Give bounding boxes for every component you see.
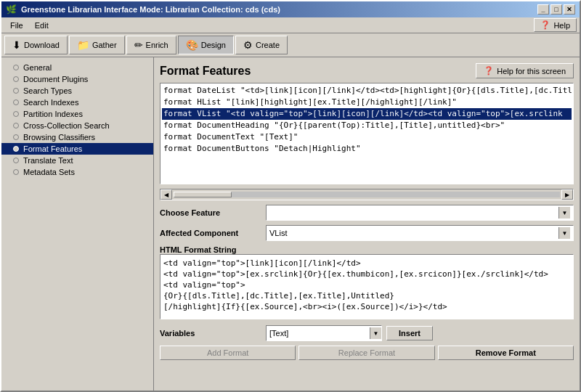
help-menu-icon: ❓ <box>540 20 550 30</box>
format-line-2[interactable]: format HList "[link][highlight][ex.Title… <box>162 97 572 108</box>
create-label: Create <box>256 41 280 49</box>
choose-feature-row: Choose Feature ▼ <box>160 205 574 221</box>
sidebar-item-metadata-sets[interactable]: Metadata Sets <box>1 166 153 178</box>
affected-component-arrow[interactable]: ▼ <box>558 227 570 239</box>
download-label: Download <box>24 41 60 49</box>
format-line-6[interactable]: format DocumentButtons "Detach|Highlight… <box>162 143 572 155</box>
scroll-thumb[interactable] <box>174 192 232 197</box>
format-line-4[interactable]: format DocumentHeading "{Or}{[parent(Top… <box>162 120 572 131</box>
content-area: Format Features ❓ Help for this screen f… <box>154 57 580 392</box>
sidebar-bullet <box>13 99 19 105</box>
sidebar-item-translate-text[interactable]: Translate Text <box>1 155 153 166</box>
help-screen-label: Help for this screen <box>497 67 566 75</box>
sidebar-bullet <box>13 65 19 70</box>
sidebar-bullet <box>13 111 19 117</box>
design-label: Design <box>201 41 226 49</box>
html-format-string-box[interactable]: <td valign="top">[link][icon][/link]</td… <box>160 254 574 319</box>
create-button[interactable]: ⚙ Create <box>235 36 288 54</box>
help-screen-icon: ❓ <box>484 66 494 75</box>
sidebar-label-format-features: Format Features <box>23 144 82 153</box>
enrich-label: Enrich <box>146 41 168 49</box>
scroll-left-button[interactable]: ◀ <box>161 189 172 200</box>
sidebar-label-cross-collection-search: Cross-Collection Search <box>23 121 110 130</box>
help-screen-button[interactable]: ❓ Help for this screen <box>476 63 574 78</box>
sidebar-item-general[interactable]: General <box>1 62 153 73</box>
design-button[interactable]: 🎨 Design <box>178 36 234 54</box>
format-list[interactable]: format DateList "<td>[link][icon][/link]… <box>160 83 574 184</box>
sidebar: General Document Plugins Search Types Se… <box>1 57 154 392</box>
sidebar-label-translate-text: Translate Text <box>23 156 73 165</box>
sidebar-item-search-indexes[interactable]: Search Indexes <box>1 97 153 108</box>
html-format-string-label: HTML Format String <box>160 245 574 254</box>
sidebar-item-document-plugins[interactable]: Document Plugins <box>1 73 153 85</box>
choose-feature-label: Choose Feature <box>160 208 261 217</box>
toolbar: ⬇ Download 📁 Gather ✏ Enrich 🎨 Design ⚙ … <box>1 33 580 57</box>
download-button[interactable]: ⬇ Download <box>4 36 68 54</box>
variables-arrow[interactable]: ▼ <box>370 327 381 339</box>
sidebar-item-browsing-classifiers[interactable]: Browsing Classifiers <box>1 131 153 143</box>
remove-format-button[interactable]: Remove Format <box>438 346 574 360</box>
design-icon: 🎨 <box>186 39 198 51</box>
gather-button[interactable]: 📁 Gather <box>69 36 125 54</box>
sidebar-label-search-indexes: Search Indexes <box>23 98 78 107</box>
sidebar-bullet <box>13 88 19 94</box>
scroll-right-button[interactable]: ▶ <box>561 189 573 200</box>
sidebar-label-metadata-sets: Metadata Sets <box>23 168 75 176</box>
menubar: File Edit ❓ Help <box>1 17 580 33</box>
action-buttons-row: Add Format Replace Format Remove Format <box>160 346 574 360</box>
affected-component-label: Affected Component <box>160 229 261 237</box>
sidebar-bullet <box>13 123 19 128</box>
sidebar-item-format-features[interactable]: Format Features <box>1 143 153 155</box>
sidebar-label-partition-indexes: Partition Indexes <box>23 110 83 118</box>
sidebar-label-browsing-classifiers: Browsing Classifiers <box>23 133 95 142</box>
format-line-1[interactable]: format DateList "<td>[link][icon][/link]… <box>162 85 572 97</box>
sidebar-item-partition-indexes[interactable]: Partition Indexes <box>1 108 153 120</box>
format-line-5[interactable]: format DocumentText "[Text]" <box>162 131 572 143</box>
help-menu-button[interactable]: ❓ Help <box>534 18 577 32</box>
sidebar-item-cross-collection-search[interactable]: Cross-Collection Search <box>1 120 153 131</box>
horizontal-scrollbar[interactable]: ◀ ▶ <box>160 189 574 200</box>
insert-button[interactable]: Insert <box>386 326 433 340</box>
enrich-button[interactable]: ✏ Enrich <box>126 36 176 54</box>
minimize-button[interactable]: _ <box>537 4 549 15</box>
format-string-line-2: <td valign="top">[ex.srclink]{Or}{[ex.th… <box>163 269 570 279</box>
help-menu-label: Help <box>553 21 570 30</box>
app-icon: 🌿 <box>6 4 17 15</box>
main-layout: General Document Plugins Search Types Se… <box>1 57 580 392</box>
variables-label: Variables <box>160 329 261 338</box>
sidebar-bullet <box>13 169 19 175</box>
choose-feature-arrow[interactable]: ▼ <box>558 207 570 219</box>
enrich-icon: ✏ <box>134 39 143 51</box>
format-string-line-1: <td valign="top">[link][icon][/link]</td… <box>163 258 570 269</box>
sidebar-item-search-types[interactable]: Search Types <box>1 85 153 97</box>
download-icon: ⬇ <box>12 39 21 51</box>
sidebar-label-document-plugins: Document Plugins <box>23 75 88 83</box>
affected-component-row: Affected Component VList ▼ <box>160 225 574 241</box>
add-format-button[interactable]: Add Format <box>160 346 296 360</box>
replace-format-button[interactable]: Replace Format <box>298 346 434 360</box>
format-line-3[interactable]: format VList "<td valign="top">[link][ic… <box>162 108 572 120</box>
html-format-string-section: HTML Format String <td valign="top">[lin… <box>160 245 574 319</box>
variables-dropdown[interactable]: [Text] ▼ <box>266 325 382 341</box>
titlebar: 🌿 Greenstone Librarian Interface Mode: L… <box>1 1 580 17</box>
sidebar-bullet <box>13 134 19 140</box>
window-title: Greenstone Librarian Interface Mode: Lib… <box>21 5 537 14</box>
affected-component-dropdown[interactable]: VList ▼ <box>266 225 574 241</box>
variables-value: [Text] <box>269 329 288 338</box>
content-header: Format Features ❓ Help for this screen <box>160 63 574 78</box>
close-button[interactable]: ✕ <box>564 4 575 15</box>
menu-edit[interactable]: Edit <box>29 20 54 31</box>
sidebar-bullet <box>13 158 19 163</box>
page-title: Format Features <box>160 65 251 78</box>
sidebar-label-general: General <box>23 63 52 72</box>
create-icon: ⚙ <box>243 39 253 51</box>
affected-component-value: VList <box>269 229 287 237</box>
window-controls[interactable]: _ □ ✕ <box>537 4 575 15</box>
choose-feature-dropdown[interactable]: ▼ <box>266 205 574 221</box>
gather-label: Gather <box>92 41 117 49</box>
maximize-button[interactable]: □ <box>550 4 562 15</box>
variables-row: Variables [Text] ▼ Insert <box>160 325 574 341</box>
scroll-track[interactable] <box>174 192 560 197</box>
menu-file[interactable]: File <box>4 20 29 31</box>
sidebar-bullet <box>13 76 19 82</box>
